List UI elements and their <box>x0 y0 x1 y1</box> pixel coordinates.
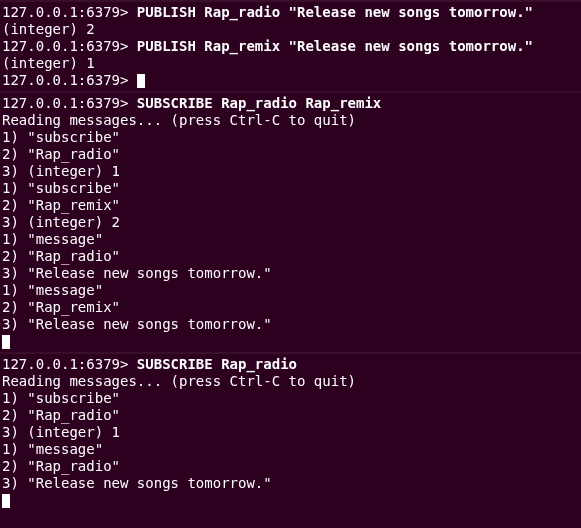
command-line[interactable]: 127.0.0.1:6379> <box>2 72 581 89</box>
output-line: 1) "subscribe" <box>2 180 581 197</box>
cursor <box>137 74 145 88</box>
command-line: 127.0.0.1:6379> SUBSCRIBE Rap_radio Rap_… <box>2 95 581 112</box>
prompt: 127.0.0.1:6379> <box>2 356 137 372</box>
output-line: 2) "Rap_remix" <box>2 299 581 316</box>
output-line: 2) "Rap_radio" <box>2 407 581 424</box>
terminal-pane-1[interactable]: 127.0.0.1:6379> PUBLISH Rap_radio "Relea… <box>0 0 581 91</box>
output-line: 3) "Release new songs tomorrow." <box>2 475 581 492</box>
output-line: 3) (integer) 1 <box>2 163 581 180</box>
prompt: 127.0.0.1:6379> <box>2 38 137 54</box>
cursor-line <box>2 492 581 509</box>
output-line: 3) (integer) 1 <box>2 424 581 441</box>
command: SUBSCRIBE Rap_radio <box>137 356 297 372</box>
terminal-pane-3[interactable]: 127.0.0.1:6379> SUBSCRIBE Rap_radio Read… <box>0 352 581 511</box>
output-line: 2) "Rap_remix" <box>2 197 581 214</box>
output-line: 2) "Rap_radio" <box>2 458 581 475</box>
command: PUBLISH Rap_radio "Release new songs tom… <box>137 4 533 20</box>
output-line: 1) "subscribe" <box>2 390 581 407</box>
command-line: 127.0.0.1:6379> PUBLISH Rap_radio "Relea… <box>2 4 581 21</box>
output-line: 1) "message" <box>2 282 581 299</box>
cursor <box>2 494 10 508</box>
output-line: 2) "Rap_radio" <box>2 248 581 265</box>
command-line: 127.0.0.1:6379> SUBSCRIBE Rap_radio <box>2 356 581 373</box>
output-line: 3) (integer) 2 <box>2 214 581 231</box>
output-line: Reading messages... (press Ctrl-C to qui… <box>2 112 581 129</box>
prompt: 127.0.0.1:6379> <box>2 95 137 111</box>
output-line: (integer) 2 <box>2 21 581 38</box>
prompt: 127.0.0.1:6379> <box>2 72 137 88</box>
output-line: Reading messages... (press Ctrl-C to qui… <box>2 373 581 390</box>
command: SUBSCRIBE Rap_radio Rap_remix <box>137 95 381 111</box>
cursor-line <box>2 333 581 350</box>
output-line: 1) "message" <box>2 441 581 458</box>
output-line: 1) "subscribe" <box>2 129 581 146</box>
cursor <box>2 335 10 349</box>
output-line: (integer) 1 <box>2 55 581 72</box>
terminal-pane-2[interactable]: 127.0.0.1:6379> SUBSCRIBE Rap_radio Rap_… <box>0 91 581 352</box>
output-line: 1) "message" <box>2 231 581 248</box>
prompt: 127.0.0.1:6379> <box>2 4 137 20</box>
command: PUBLISH Rap_remix "Release new songs tom… <box>137 38 533 54</box>
command-line: 127.0.0.1:6379> PUBLISH Rap_remix "Relea… <box>2 38 581 55</box>
output-line: 2) "Rap_radio" <box>2 146 581 163</box>
output-line: 3) "Release new songs tomorrow." <box>2 316 581 333</box>
output-line: 3) "Release new songs tomorrow." <box>2 265 581 282</box>
